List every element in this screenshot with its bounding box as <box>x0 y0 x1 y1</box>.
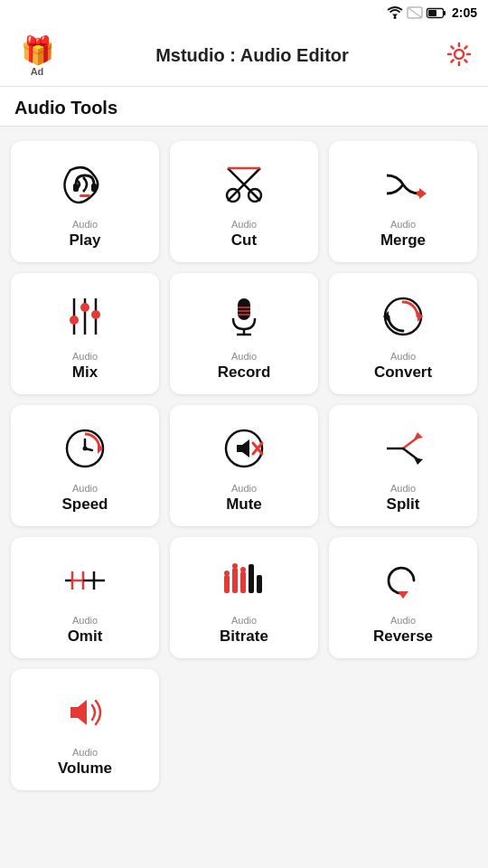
status-time: 2:05 <box>452 5 477 20</box>
svg-point-57 <box>232 563 238 569</box>
omit-small-label: Audio <box>72 615 98 626</box>
record-big-label: Record <box>218 363 271 382</box>
tool-reverse[interactable]: Audio Reverse <box>329 537 477 658</box>
svg-rect-53 <box>240 571 246 593</box>
ad-label: Ad <box>31 66 44 77</box>
svg-rect-8 <box>73 184 79 192</box>
tool-volume[interactable]: Audio Volume <box>11 669 159 790</box>
split-icon <box>378 423 428 474</box>
mix-small-label: Audio <box>72 351 98 362</box>
tool-convert[interactable]: Audio Convert <box>329 273 477 394</box>
svg-point-17 <box>417 191 422 196</box>
app-header: 🎁 Ad Mstudio : Audio Editor <box>0 25 488 87</box>
svg-point-58 <box>240 567 246 572</box>
wifi-icon <box>387 6 403 19</box>
svg-point-23 <box>91 310 100 319</box>
app-title: Mstudio : Audio Editor <box>60 45 445 66</box>
svg-rect-9 <box>91 184 97 192</box>
record-icon <box>219 291 269 342</box>
speed-big-label: Speed <box>61 495 108 514</box>
svg-marker-59 <box>398 591 408 599</box>
svg-rect-54 <box>249 564 254 593</box>
svg-marker-43 <box>414 458 423 465</box>
reverse-big-label: Reverse <box>373 627 433 646</box>
volume-small-label: Audio <box>72 747 98 758</box>
volume-icon <box>60 687 110 738</box>
cut-small-label: Audio <box>231 219 257 230</box>
svg-rect-6 <box>428 10 436 16</box>
volume-big-label: Volume <box>58 760 112 778</box>
svg-point-7 <box>455 50 464 59</box>
mix-icon <box>60 291 110 342</box>
merge-icon <box>378 159 428 210</box>
svg-rect-5 <box>443 11 446 15</box>
svg-line-3 <box>408 8 421 17</box>
convert-small-label: Audio <box>390 351 416 362</box>
record-small-label: Audio <box>231 351 257 362</box>
bitrate-big-label: Bitrate <box>220 627 268 646</box>
cut-big-label: Cut <box>231 231 257 250</box>
svg-rect-51 <box>224 575 230 593</box>
merge-big-label: Merge <box>380 231 426 250</box>
svg-point-56 <box>224 571 230 576</box>
status-icons <box>387 6 446 19</box>
tool-mix[interactable]: Audio Mix <box>11 273 159 394</box>
bitrate-icon <box>219 555 269 606</box>
svg-point-30 <box>385 298 421 335</box>
mix-big-label: Mix <box>72 363 98 382</box>
gift-icon: 🎁 <box>21 34 54 66</box>
status-bar: 2:05 <box>0 0 488 25</box>
speed-icon <box>60 423 110 474</box>
svg-point-22 <box>70 316 79 325</box>
tool-merge[interactable]: Audio Merge <box>329 141 477 262</box>
svg-rect-55 <box>257 575 262 593</box>
split-small-label: Audio <box>390 483 416 494</box>
tools-grid: Audio Play Audio Cut Audio <box>0 127 488 805</box>
tool-mute[interactable]: Audio Mute <box>170 405 318 526</box>
split-big-label: Split <box>387 495 420 514</box>
speed-small-label: Audio <box>72 483 98 494</box>
reverse-small-label: Audio <box>390 615 416 626</box>
mute-big-label: Mute <box>226 495 262 514</box>
cut-icon <box>219 159 269 210</box>
tool-play[interactable]: Audio Play <box>11 141 159 262</box>
svg-rect-52 <box>232 568 238 593</box>
svg-rect-10 <box>80 194 90 197</box>
convert-big-label: Convert <box>374 363 432 382</box>
tool-split[interactable]: Audio Split <box>329 405 477 526</box>
settings-gear-icon <box>445 40 474 69</box>
tool-omit[interactable]: Audio Omit <box>11 537 159 658</box>
settings-button[interactable] <box>445 40 474 72</box>
tool-record[interactable]: Audio Record <box>170 273 318 394</box>
omit-big-label: Omit <box>68 627 103 646</box>
sim-icon <box>407 6 423 19</box>
mute-small-label: Audio <box>231 483 257 494</box>
section-title: Audio Tools <box>0 87 488 127</box>
svg-point-37 <box>83 447 88 451</box>
mute-icon <box>219 423 269 474</box>
svg-point-21 <box>80 303 89 312</box>
omit-icon <box>60 555 110 606</box>
reverse-icon <box>378 555 428 606</box>
svg-point-1 <box>393 16 396 19</box>
tool-speed[interactable]: Audio Speed <box>11 405 159 526</box>
play-big-label: Play <box>70 231 101 250</box>
battery-icon <box>427 7 446 19</box>
tool-bitrate[interactable]: Audio Bitrate <box>170 537 318 658</box>
tool-cut[interactable]: Audio Cut <box>170 141 318 262</box>
svg-marker-42 <box>414 432 423 439</box>
merge-small-label: Audio <box>390 219 416 230</box>
bitrate-small-label: Audio <box>231 615 257 626</box>
svg-rect-24 <box>238 298 250 320</box>
play-icon <box>60 159 110 210</box>
convert-icon <box>378 291 428 342</box>
ad-section: 🎁 Ad <box>14 34 60 77</box>
play-small-label: Audio <box>72 219 98 230</box>
